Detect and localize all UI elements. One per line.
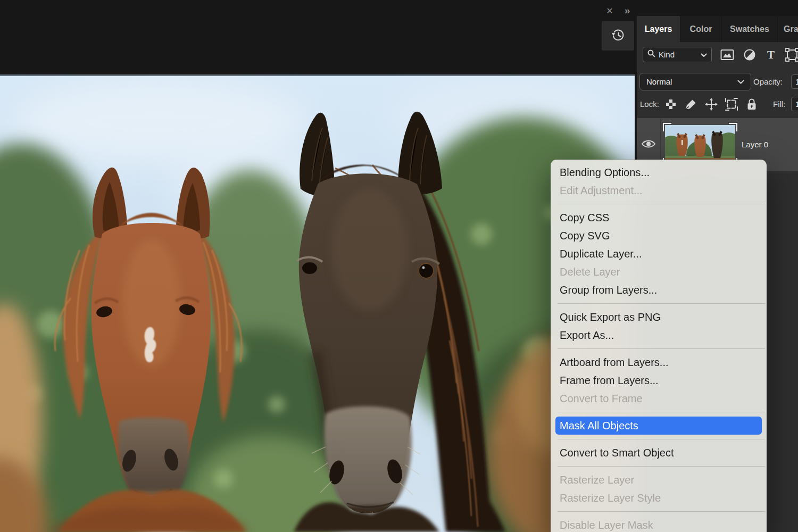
lock-artboard-icon[interactable] xyxy=(725,97,738,111)
tab-color[interactable]: Color xyxy=(680,16,722,42)
layer-thumbnail[interactable] xyxy=(665,125,735,164)
layer-thumbnail-image xyxy=(665,125,735,164)
collapse-panels-icon[interactable]: » xyxy=(620,4,633,17)
fill-input[interactable]: 100% xyxy=(791,97,798,111)
menu-separator xyxy=(558,303,765,304)
panel-tabstrip: Layers Color Swatches Gradients xyxy=(637,16,798,42)
eye-icon xyxy=(641,139,656,151)
history-panel-button[interactable] xyxy=(602,21,634,51)
lock-image-pixels-icon[interactable] xyxy=(685,97,697,111)
shape-layers-filter-icon[interactable] xyxy=(785,48,798,62)
close-icon[interactable]: ✕ xyxy=(604,6,615,16)
opacity-label: Opacity: xyxy=(753,77,783,86)
pixel-layers-filter-icon[interactable] xyxy=(720,48,735,62)
menu-item-export-as[interactable]: Export As... xyxy=(551,326,767,344)
opacity-input[interactable]: 100% xyxy=(791,74,798,89)
menu-item-quick-export-png[interactable]: Quick Export as PNG xyxy=(551,308,767,326)
search-icon xyxy=(647,49,655,60)
tab-gradients[interactable]: Gradients xyxy=(778,16,798,42)
lock-position-icon[interactable] xyxy=(705,97,718,111)
tab-swatches[interactable]: Swatches xyxy=(722,16,778,42)
menu-item-rasterize-layer: Rasterize Layer xyxy=(551,471,767,489)
lock-all-icon[interactable] xyxy=(745,97,758,111)
layer-context-menu: Blending Options... Edit Adjustment... C… xyxy=(551,160,767,532)
history-icon xyxy=(610,27,626,45)
menu-item-group-from-layers[interactable]: Group from Layers... xyxy=(551,281,767,299)
menu-item-frame-from-layers[interactable]: Frame from Layers... xyxy=(551,371,767,389)
canvas-photo-horses xyxy=(0,74,635,532)
tab-layers[interactable]: Layers xyxy=(637,16,680,42)
blend-mode-select[interactable]: Normal xyxy=(639,73,751,90)
menu-item-blending-options[interactable]: Blending Options... xyxy=(551,163,767,181)
menu-item-duplicate-layer[interactable]: Duplicate Layer... xyxy=(551,245,767,263)
fill-label: Fill: xyxy=(773,99,785,109)
svg-text:T: T xyxy=(767,49,775,61)
blend-mode-row: Normal Opacity: 100% xyxy=(637,71,798,92)
blend-mode-value: Normal xyxy=(646,77,737,86)
document-canvas[interactable] xyxy=(0,74,635,532)
filter-kind-select[interactable]: Kind xyxy=(643,47,712,62)
menu-item-edit-adjustment: Edit Adjustment... xyxy=(551,181,767,200)
lock-transparent-pixels-icon[interactable] xyxy=(664,97,677,111)
photoshop-window: ✕ » Layers Color Swatches Gradients xyxy=(0,0,798,532)
thumb-bracket xyxy=(729,123,737,131)
lock-row: Lock: xyxy=(637,94,798,116)
adjustment-layers-filter-icon[interactable] xyxy=(742,48,757,62)
menu-separator xyxy=(558,348,765,349)
menu-item-rasterize-layer-style: Rasterize Layer Style xyxy=(551,489,767,507)
menu-separator xyxy=(558,439,765,439)
menu-item-artboard-from-layers[interactable]: Artboard from Layers... xyxy=(551,353,767,371)
menu-item-disable-layer-mask: Disable Layer Mask xyxy=(551,516,767,532)
panel-top-band xyxy=(637,0,798,16)
menu-item-convert-to-smart-object[interactable]: Convert to Smart Object xyxy=(551,444,767,462)
menu-item-convert-to-frame: Convert to Frame xyxy=(551,389,767,408)
chevron-down-icon xyxy=(701,50,707,60)
layer-filter-row: Kind T xyxy=(637,42,798,69)
menu-separator xyxy=(558,511,765,512)
menu-item-delete-layer: Delete Layer xyxy=(551,263,767,281)
lock-label: Lock: xyxy=(640,99,659,109)
menu-separator xyxy=(558,204,765,204)
filter-kind-value: Kind xyxy=(659,50,697,59)
menu-separator xyxy=(558,466,765,467)
menu-item-copy-svg[interactable]: Copy SVG xyxy=(551,227,767,245)
menu-item-copy-css[interactable]: Copy CSS xyxy=(551,209,767,227)
thumb-bracket xyxy=(663,123,671,131)
menu-item-mask-all-objects[interactable]: Mask All Objects xyxy=(555,417,762,435)
type-layers-filter-icon[interactable]: T xyxy=(763,48,778,62)
menu-separator xyxy=(558,412,765,412)
chevron-down-icon xyxy=(737,77,744,87)
